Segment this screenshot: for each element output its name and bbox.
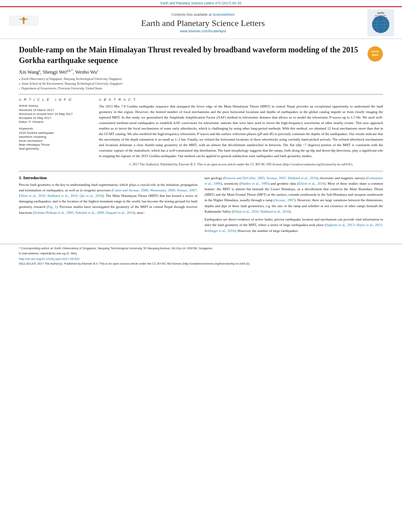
affil-b: b Asian School of the Environment, Nanya… <box>19 82 383 86</box>
body-left-col: 1. Introduction Precise fault geometry i… <box>19 175 197 236</box>
body-right-col: ture geology (Pearson and DeCelles, 2005… <box>205 175 383 236</box>
editor-name: Editor: P. Shearer <box>19 120 92 124</box>
and-word: and <box>52 199 58 203</box>
intro-para-left: Precise fault geometry is the key to und… <box>19 182 197 215</box>
affil-sup-ab: a,b,* <box>67 69 73 72</box>
main-content: Double-ramp on the Main Himalayan Thrust… <box>0 39 402 240</box>
article-history: Article history: Received 15 March 2017 … <box>19 104 92 124</box>
article-info-col: A R T I C L E I N F O Article history: R… <box>19 98 92 166</box>
intro-para-right-1: ture geology (Pearson and DeCelles, 2005… <box>205 175 383 215</box>
keyword-4: Main Himalaya Thrust <box>19 143 92 146</box>
crossmark-logo[interactable]: Cross Mark <box>367 46 383 62</box>
doi-link[interactable]: http://dx.doi.org/10.1016/j.epsl.2017.05… <box>19 257 383 261</box>
svg-text:EARTH: EARTH <box>377 12 384 14</box>
abstract-copyright: © 2017 The Author(s). Published by Elsev… <box>99 162 383 166</box>
received-revised-date: Received in revised form 16 May 2017 <box>19 112 92 116</box>
paper-title: Double-ramp on the Main Himalayan Thrust… <box>19 44 363 66</box>
keyword-5: fault geometry <box>19 147 92 150</box>
ref-elliott2: Elliott et al., 2016; Hubbard et al., 20… <box>233 209 289 213</box>
article-info-label: A R T I C L E I N F O <box>19 98 92 102</box>
elsevier-logo: ELSEVIER <box>8 15 39 30</box>
accepted-date: Accepted 22 May 2017 <box>19 116 92 120</box>
corresponding-author: * Corresponding author at: Earth Observa… <box>19 247 383 251</box>
ref-schulte: Schulte-Pelkum et al., 2005; Nabelek et … <box>34 211 134 215</box>
keyword-1: 2015 Gorkha earthquake <box>19 131 92 135</box>
history-label: Article history: <box>19 104 92 108</box>
svg-text:Cross: Cross <box>371 50 379 53</box>
svg-text:SCIENCE LETTERS: SCIENCE LETTERS <box>374 17 387 19</box>
ref-elliott: Elliott et al., 2016 <box>298 182 324 185</box>
available-text: Contents lists available at ScienceDirec… <box>39 13 367 17</box>
ref-avouac: Avouac, 2007 <box>275 198 294 202</box>
affil-sup-a: a <box>39 69 41 72</box>
abstract-text: The 2015 Mw 7.8 Gorkha earthquake sequen… <box>99 104 383 159</box>
received-date: Received 15 March 2017 <box>19 108 92 112</box>
body-content: 1. Introduction Precise fault geometry i… <box>19 175 383 236</box>
page: Earth and Planetary Science Letters 473 … <box>0 0 402 532</box>
ref-cattin: Cattin and Avouac, 2000; Wesnousky, 2006… <box>19 188 197 198</box>
section1-heading: 1. Introduction <box>19 175 197 180</box>
svg-text:AND PLANETARY: AND PLANETARY <box>375 15 387 17</box>
footer-license: 0012-821X/© 2017 The Author(s). Publishe… <box>19 262 383 266</box>
keywords-block: Keywords: 2015 Gorkha earthquake wavefor… <box>19 127 92 150</box>
sciencedirect-link[interactable]: ScienceDirect <box>213 13 235 17</box>
article-info-abstract: A R T I C L E I N F O Article history: R… <box>19 94 383 166</box>
title-section: Double-ramp on the Main Himalayan Thrust… <box>19 44 383 66</box>
affiliations: a Earth Observatory of Singapore, Nanyan… <box>19 77 383 91</box>
keyword-3: focal mechanism <box>19 139 92 143</box>
keyword-2: waveform modeling <box>19 135 92 139</box>
journal-title-area: Contents lists available at ScienceDirec… <box>39 13 367 33</box>
journal-logo: EARTH AND PLANETARY SCIENCE LETTERS <box>367 9 394 36</box>
affil-a: a Earth Observatory of Singapore, Nanyan… <box>19 77 383 82</box>
email-address: E-mail address: shjwei@ntu.edu.sg (S. We… <box>19 252 383 256</box>
svg-rect-3 <box>23 23 24 24</box>
journal-header: ELSEVIER Contents lists available at Sci… <box>0 7 402 39</box>
ref-pandey: Pandey et al., 1995 <box>241 182 268 185</box>
ref-fig1: Fig. 1 <box>48 205 56 209</box>
abstract-label: A B S T R A C T <box>99 98 383 102</box>
section-divider <box>19 171 383 171</box>
affil-c: c Department of Geosciences, Princeton U… <box>19 86 383 91</box>
abstract-col: A B S T R A C T The 2015 Mw 7.8 Gorkha e… <box>99 98 383 166</box>
journal-name: Earth and Planetary Science Letters <box>39 18 367 28</box>
authors-line: Xin Wanga, Shengji Weia,b,*, Wenbo Wuc <box>19 69 383 75</box>
affil-sup-c: c <box>97 69 99 72</box>
journal-ref: Earth and Planetary Science Letters 473 … <box>0 0 402 7</box>
svg-text:Mark: Mark <box>372 54 378 56</box>
journal-url: www.elsevier.com/locate/epsl <box>39 29 367 33</box>
footer: * Corresponding author at: Earth Observa… <box>0 244 402 268</box>
keywords-label: Keywords: <box>19 127 92 130</box>
ref-pearson: Pearson and DeCelles, 2005; Avouac, 2007… <box>225 176 317 180</box>
ref-sapkota: Sapkota et al., 2013; Hayes et al., 2015… <box>205 223 383 232</box>
intro-para-right-2: Earthquakes are direct evidence of activ… <box>205 217 383 234</box>
